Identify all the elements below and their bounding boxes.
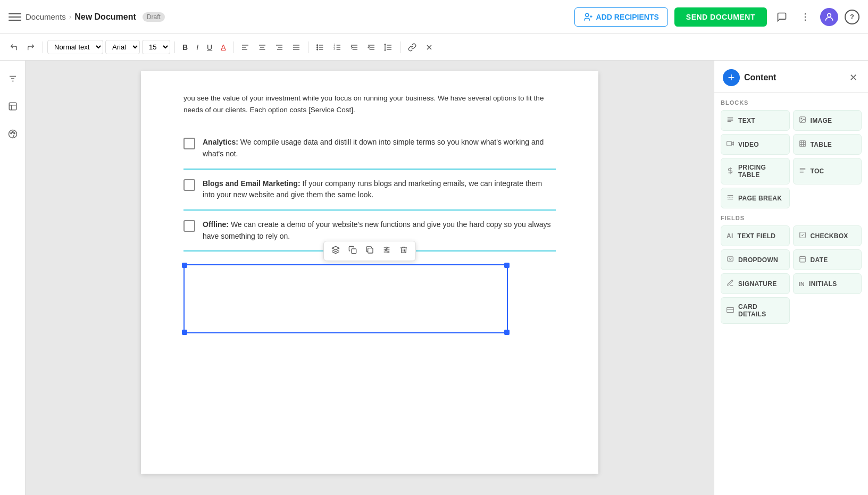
hamburger-menu-icon[interactable] bbox=[9, 11, 21, 23]
breadcrumb-separator: › bbox=[69, 13, 71, 21]
add-recipients-button[interactable]: ADD RECIPIENTS bbox=[574, 7, 668, 27]
toc-block-label: TOC bbox=[811, 167, 824, 175]
align-center-button[interactable] bbox=[255, 41, 270, 54]
block-item-text[interactable]: TEXT bbox=[721, 110, 790, 131]
clear-format-icon bbox=[425, 43, 433, 52]
field-item-card-details[interactable]: CARD DETAILS bbox=[721, 297, 790, 324]
text-color-button[interactable]: A bbox=[218, 41, 229, 54]
text-field-box[interactable] bbox=[183, 264, 508, 333]
svg-rect-45 bbox=[9, 103, 16, 110]
justify-button[interactable] bbox=[289, 41, 304, 54]
copy-button[interactable] bbox=[345, 244, 360, 258]
svg-rect-73 bbox=[799, 141, 805, 147]
right-panel-close-button[interactable]: ✕ bbox=[847, 71, 859, 85]
canvas-area[interactable]: you see the value of your investment whi… bbox=[26, 61, 714, 495]
palette-icon bbox=[8, 129, 18, 139]
svg-point-4 bbox=[805, 16, 806, 18]
svg-point-22 bbox=[317, 45, 318, 46]
toolbar-sep-5 bbox=[400, 41, 400, 53]
more-vertical-icon bbox=[800, 12, 811, 22]
block-item-pricing-table[interactable]: PRICING TABLE bbox=[721, 158, 790, 184]
handle-top-left[interactable] bbox=[182, 263, 187, 268]
field-item-initials[interactable]: IN INITIALS bbox=[793, 273, 862, 294]
field-item-text-field[interactable]: AI TEXT FIELD bbox=[721, 225, 790, 246]
text-style-dropdown[interactable]: Normal text bbox=[47, 40, 103, 54]
add-recipients-icon bbox=[583, 12, 593, 22]
chat-icon-button[interactable] bbox=[773, 9, 790, 26]
align-right-button[interactable] bbox=[272, 41, 287, 54]
indent-button[interactable] bbox=[364, 41, 379, 54]
font-size-dropdown[interactable]: 15 bbox=[142, 40, 170, 54]
block-item-video[interactable]: VIDEO bbox=[721, 134, 790, 155]
checkbox-offline[interactable] bbox=[183, 220, 195, 232]
field-item-date[interactable]: DATE bbox=[793, 249, 862, 270]
settings-icon bbox=[382, 246, 391, 254]
palette-sidebar-button[interactable] bbox=[3, 124, 22, 144]
outdent-button[interactable] bbox=[347, 41, 362, 54]
block-item-toc[interactable]: TOC bbox=[793, 158, 862, 184]
svg-rect-53 bbox=[352, 249, 356, 254]
more-options-button[interactable] bbox=[797, 9, 814, 26]
handle-bottom-right[interactable] bbox=[504, 330, 510, 335]
line-height-button[interactable] bbox=[381, 41, 396, 54]
toolbar-sep-2 bbox=[174, 41, 175, 53]
handle-top-right[interactable] bbox=[504, 263, 510, 268]
field-icon bbox=[8, 102, 18, 111]
settings-button[interactable] bbox=[379, 244, 394, 258]
card-details-field-icon bbox=[727, 306, 734, 315]
block-item-page-break[interactable]: PAGE BREAK bbox=[721, 188, 790, 208]
help-button[interactable]: ? bbox=[845, 10, 859, 24]
duplicate-button[interactable] bbox=[362, 244, 377, 258]
checkbox-field-label: CHECKBOX bbox=[811, 232, 848, 240]
checkbox-blogs[interactable] bbox=[183, 179, 195, 191]
bold-button[interactable]: B bbox=[179, 41, 191, 54]
initials-field-icon: IN bbox=[799, 281, 805, 287]
main-layout: you see the value of your investment whi… bbox=[0, 61, 868, 495]
link-icon bbox=[408, 43, 416, 52]
filter-sidebar-button[interactable] bbox=[3, 69, 22, 88]
block-item-table[interactable]: TABLE bbox=[793, 134, 862, 155]
bullet-list-icon bbox=[316, 43, 324, 52]
link-button[interactable] bbox=[405, 41, 420, 54]
clear-format-button[interactable] bbox=[422, 41, 437, 54]
image-block-icon bbox=[799, 116, 806, 125]
svg-rect-55 bbox=[368, 248, 373, 253]
block-item-image[interactable]: IMAGE bbox=[793, 110, 862, 131]
svg-point-3 bbox=[805, 13, 806, 14]
right-panel-header: + Content ✕ bbox=[714, 61, 868, 93]
fields-section-label: FIELDS bbox=[721, 215, 862, 221]
field-item-checkbox[interactable]: CHECKBOX bbox=[793, 225, 862, 246]
font-family-dropdown[interactable]: Arial bbox=[105, 40, 140, 54]
undo-button[interactable] bbox=[6, 41, 21, 54]
align-left-button[interactable] bbox=[238, 41, 253, 54]
text-field-wrapper bbox=[183, 264, 556, 333]
user-icon bbox=[824, 12, 834, 22]
bullet-list-button[interactable] bbox=[313, 41, 328, 54]
checkbox-analytics[interactable] bbox=[183, 138, 195, 149]
send-document-button[interactable]: SEND DOCUMENT bbox=[674, 7, 767, 27]
svg-point-5 bbox=[805, 19, 806, 21]
svg-text:3: 3 bbox=[334, 48, 336, 51]
field-item-signature[interactable]: SIGNATURE bbox=[721, 273, 790, 294]
breadcrumb-documents-link[interactable]: Documents bbox=[26, 12, 66, 21]
svg-point-23 bbox=[317, 47, 318, 48]
add-content-button[interactable]: + bbox=[723, 69, 740, 86]
avatar[interactable] bbox=[820, 8, 838, 26]
redo-button[interactable] bbox=[23, 41, 38, 54]
italic-button[interactable]: I bbox=[193, 41, 202, 54]
field-item-dropdown[interactable]: DROPDOWN bbox=[721, 249, 790, 270]
redo-icon bbox=[27, 43, 35, 52]
numbered-list-button[interactable]: 123 bbox=[330, 41, 345, 54]
svg-marker-71 bbox=[731, 142, 733, 145]
svg-rect-88 bbox=[799, 256, 805, 262]
date-field-label: DATE bbox=[811, 256, 828, 264]
delete-button[interactable] bbox=[396, 244, 411, 258]
checklist-item-blogs: Blogs and Email Marketing: If your compa… bbox=[183, 170, 556, 211]
field-sidebar-button[interactable] bbox=[3, 97, 22, 116]
svg-point-51 bbox=[13, 132, 14, 133]
layers-button[interactable] bbox=[328, 244, 343, 258]
numbered-list-icon: 123 bbox=[333, 43, 341, 52]
handle-bottom-left[interactable] bbox=[182, 330, 187, 335]
underline-button[interactable]: U bbox=[204, 41, 215, 54]
toolbar-sep-3 bbox=[233, 41, 233, 53]
